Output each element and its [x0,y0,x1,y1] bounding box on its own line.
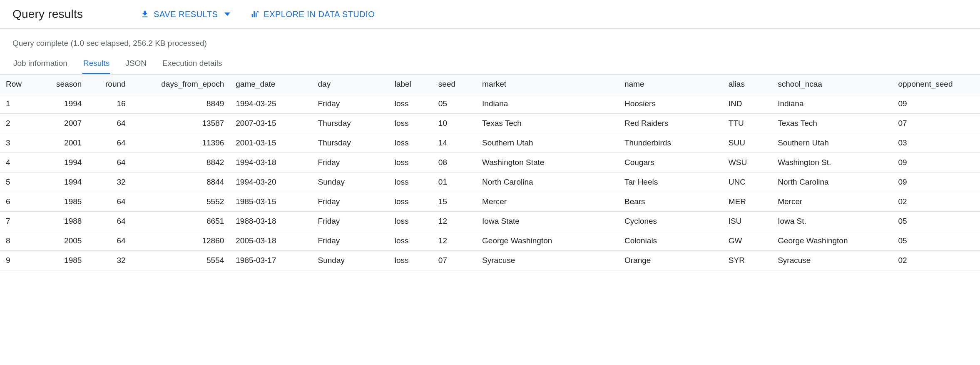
cell-school_ncaa: Syracuse [772,251,892,270]
cell-row: 8 [0,231,38,251]
cell-season: 2001 [38,133,87,153]
table-row[interactable]: 619856455521985-03-15Fridayloss15MercerB… [0,192,980,212]
cell-row: 7 [0,212,38,231]
save-results-label: SAVE RESULTS [154,10,218,19]
cell-day: Sunday [312,251,389,270]
cell-game_date: 2007-03-15 [230,114,312,133]
cell-seed: 15 [433,192,476,212]
col-header-round[interactable]: round [87,75,131,94]
cell-name: Thunderbirds [619,133,723,153]
tab-job-information[interactable]: Job information [12,55,68,74]
cell-label: loss [389,133,433,153]
cell-season: 2007 [38,114,87,133]
table-row[interactable]: 119941688491994-03-25Fridayloss05Indiana… [0,94,980,114]
table-row[interactable]: 2200764135872007-03-15Thursdayloss10Texa… [0,114,980,133]
cell-seed: 01 [433,172,476,192]
cell-name: Orange [619,251,723,270]
cell-school_ncaa: Texas Tech [772,114,892,133]
cell-label: loss [389,94,433,114]
table-row[interactable]: 919853255541985-03-17Sundayloss07Syracus… [0,251,980,270]
cell-round: 64 [87,153,131,172]
cell-opponent_seed: 05 [892,212,980,231]
cell-name: Cougars [619,153,723,172]
cell-round: 32 [87,251,131,270]
cell-row: 9 [0,251,38,270]
cell-label: loss [389,153,433,172]
cell-round: 64 [87,114,131,133]
cell-market: Southern Utah [476,133,619,153]
cell-label: loss [389,192,433,212]
cell-market: Washington State [476,153,619,172]
save-results-button[interactable]: SAVE RESULTS [140,10,230,19]
col-header-row[interactable]: Row [0,75,38,94]
cell-round: 64 [87,231,131,251]
col-header-game-date[interactable]: game_date [230,75,312,94]
col-header-season[interactable]: season [38,75,87,94]
chart-icon [250,10,259,19]
explore-label: EXPLORE IN DATA STUDIO [264,10,375,19]
cell-season: 2005 [38,231,87,251]
cell-days_from_epoch: 8844 [132,172,230,192]
cell-opponent_seed: 03 [892,133,980,153]
cell-round: 64 [87,192,131,212]
cell-season: 1985 [38,192,87,212]
table-row[interactable]: 519943288441994-03-20Sundayloss01North C… [0,172,980,192]
cell-seed: 08 [433,153,476,172]
cell-day: Sunday [312,172,389,192]
tab-json[interactable]: JSON [124,55,147,74]
cell-school_ncaa: Southern Utah [772,133,892,153]
cell-alias: ISU [723,212,772,231]
cell-name: Tar Heels [619,172,723,192]
cell-seed: 10 [433,114,476,133]
table-row[interactable]: 719886466511988-03-18Fridayloss12Iowa St… [0,212,980,231]
col-header-day[interactable]: day [312,75,389,94]
header-bar: Query results SAVE RESULTS EXPLORE IN DA… [0,0,980,29]
cell-day: Friday [312,192,389,212]
col-header-name[interactable]: name [619,75,723,94]
cell-market: Iowa State [476,212,619,231]
explore-data-studio-button[interactable]: EXPLORE IN DATA STUDIO [250,10,375,19]
cell-row: 6 [0,192,38,212]
cell-game_date: 1994-03-20 [230,172,312,192]
chevron-down-icon [224,12,230,16]
cell-day: Friday [312,231,389,251]
cell-days_from_epoch: 5554 [132,251,230,270]
cell-alias: SUU [723,133,772,153]
cell-label: loss [389,231,433,251]
cell-label: loss [389,212,433,231]
table-row[interactable]: 419946488421994-03-18Fridayloss08Washing… [0,153,980,172]
cell-name: Bears [619,192,723,212]
cell-alias: GW [723,231,772,251]
col-header-days-from-epoch[interactable]: days_from_epoch [132,75,230,94]
col-header-seed[interactable]: seed [433,75,476,94]
table-header-row: Row season round days_from_epoch game_da… [0,75,980,94]
cell-opponent_seed: 09 [892,94,980,114]
cell-season: 1994 [38,153,87,172]
cell-days_from_epoch: 5552 [132,192,230,212]
cell-alias: MER [723,192,772,212]
cell-season: 1988 [38,212,87,231]
cell-day: Friday [312,212,389,231]
cell-day: Friday [312,94,389,114]
col-header-market[interactable]: market [476,75,619,94]
cell-label: loss [389,251,433,270]
cell-seed: 12 [433,231,476,251]
cell-seed: 05 [433,94,476,114]
cell-season: 1994 [38,172,87,192]
col-header-label[interactable]: label [389,75,433,94]
cell-seed: 07 [433,251,476,270]
cell-day: Thursday [312,114,389,133]
cell-days_from_epoch: 12860 [132,231,230,251]
table-row[interactable]: 8200564128602005-03-18Fridayloss12George… [0,231,980,251]
tab-execution-details[interactable]: Execution details [162,55,223,74]
tab-results[interactable]: Results [82,55,110,74]
query-status-text: Query complete (1.0 sec elapsed, 256.2 K… [0,29,980,54]
col-header-alias[interactable]: alias [723,75,772,94]
col-header-school-ncaa[interactable]: school_ncaa [772,75,892,94]
table-row[interactable]: 3200164113962001-03-15Thursdayloss14Sout… [0,133,980,153]
col-header-opponent-seed[interactable]: opponent_seed [892,75,980,94]
cell-row: 1 [0,94,38,114]
cell-day: Thursday [312,133,389,153]
cell-game_date: 1994-03-18 [230,153,312,172]
cell-game_date: 1994-03-25 [230,94,312,114]
